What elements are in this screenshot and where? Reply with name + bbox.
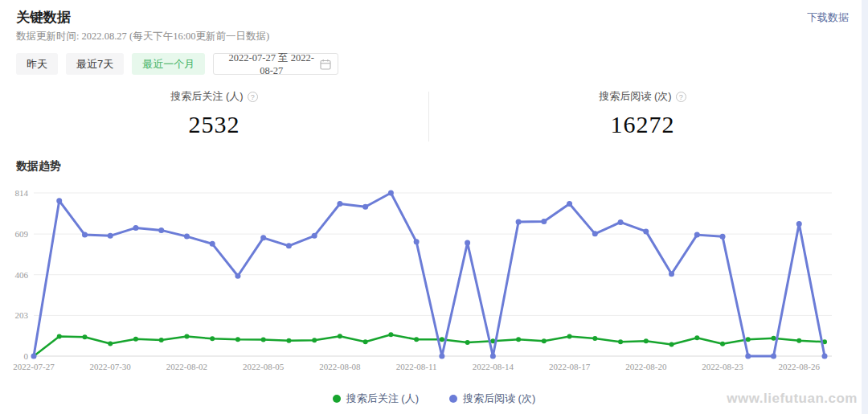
data-point[interactable]: [772, 336, 776, 341]
y-axis-tick-label: 203: [15, 310, 29, 320]
data-point[interactable]: [414, 337, 419, 342]
data-point[interactable]: [235, 273, 240, 279]
x-axis-tick-label: 2022-08-17: [549, 362, 591, 371]
data-point[interactable]: [159, 338, 164, 342]
data-point[interactable]: [82, 334, 87, 339]
data-point[interactable]: [796, 221, 802, 227]
x-axis-tick-label: 2022-07-27: [13, 362, 55, 371]
data-point[interactable]: [388, 191, 394, 196]
x-axis-tick-label: 2022-08-14: [473, 362, 514, 371]
kpi-read-value: 16272: [611, 111, 675, 138]
data-point[interactable]: [822, 354, 828, 359]
date-range-input[interactable]: 2022-07-27 至 2022-08-27: [213, 53, 338, 75]
kpi-follow: 搜索后关注 (人) ? 2532: [0, 85, 428, 150]
data-point[interactable]: [260, 235, 266, 240]
data-point[interactable]: [235, 337, 240, 342]
trend-chart-canvas[interactable]: 02034066098142022-07-272022-07-302022-08…: [0, 183, 868, 379]
data-point[interactable]: [261, 338, 266, 342]
kpi-section: 搜索后关注 (人) ? 2532 搜索后阅读 (次) ? 16272: [0, 85, 857, 150]
data-point[interactable]: [720, 342, 725, 346]
x-axis-tick-label: 2022-08-11: [396, 362, 437, 371]
filter-bar: 昨天 最近7天 最近一个月 2022-07-27 至 2022-08-27: [16, 53, 338, 75]
help-icon[interactable]: ?: [248, 92, 258, 102]
data-point[interactable]: [694, 335, 699, 340]
data-point[interactable]: [210, 336, 215, 341]
download-data-link[interactable]: 下载数据: [807, 10, 849, 25]
data-point[interactable]: [57, 334, 62, 339]
data-point[interactable]: [592, 336, 597, 341]
update-time-text: 数据更新时间: 2022.08.27 (每天下午16:00更新前一日数据): [16, 30, 269, 43]
legend-item-follow[interactable]: 搜索后关注 (人): [333, 391, 419, 406]
filter-last-month-button[interactable]: 最近一个月: [132, 53, 205, 75]
legend-label-follow: 搜索后关注 (人): [346, 391, 419, 406]
legend-dot-green-icon: [333, 395, 341, 403]
data-point[interactable]: [56, 198, 62, 203]
kpi-read-label: 搜索后阅读 (次): [599, 89, 671, 104]
data-point[interactable]: [644, 338, 649, 343]
filter-yesterday-button[interactable]: 昨天: [16, 53, 58, 75]
data-point[interactable]: [490, 354, 496, 359]
data-point[interactable]: [184, 234, 190, 240]
data-point[interactable]: [771, 354, 776, 359]
data-point[interactable]: [465, 340, 470, 345]
data-point[interactable]: [669, 271, 674, 277]
data-point[interactable]: [746, 337, 751, 342]
data-point[interactable]: [542, 338, 547, 343]
legend-item-read[interactable]: 搜索后阅读 (次): [449, 391, 535, 406]
data-point[interactable]: [338, 334, 342, 338]
calendar-icon[interactable]: [320, 59, 331, 70]
data-point[interactable]: [362, 204, 368, 210]
legend-label-read: 搜索后阅读 (次): [463, 391, 535, 406]
trend-chart[interactable]: 02034066098142022-07-272022-07-302022-08…: [0, 183, 868, 379]
data-point[interactable]: [82, 232, 88, 238]
data-point[interactable]: [337, 201, 342, 207]
data-point[interactable]: [363, 339, 368, 344]
data-point[interactable]: [720, 234, 726, 240]
data-point[interactable]: [669, 342, 674, 347]
date-range-value: 2022-07-27 至 2022-08-27: [223, 51, 320, 77]
data-point[interactable]: [312, 338, 317, 342]
data-point[interactable]: [694, 232, 700, 238]
x-axis-tick-label: 2022-08-08: [319, 362, 361, 371]
data-point[interactable]: [618, 339, 623, 344]
data-point[interactable]: [439, 354, 444, 359]
data-point[interactable]: [745, 354, 751, 359]
data-point[interactable]: [108, 342, 113, 346]
data-point[interactable]: [388, 332, 393, 337]
data-point[interactable]: [440, 337, 444, 342]
kpi-follow-label: 搜索后关注 (人): [170, 89, 243, 104]
data-point[interactable]: [541, 219, 547, 224]
data-point[interactable]: [567, 334, 572, 339]
y-axis-tick-label: 814: [15, 188, 29, 198]
data-point[interactable]: [210, 241, 215, 247]
legend-dot-blue-icon: [449, 395, 457, 403]
data-point[interactable]: [592, 231, 598, 236]
x-axis-tick-label: 2022-08-20: [625, 362, 667, 371]
x-axis-tick-label: 2022-07-30: [90, 362, 132, 371]
data-point[interactable]: [643, 228, 649, 234]
filter-last7days-button[interactable]: 最近7天: [66, 53, 124, 75]
y-axis-tick-label: 609: [15, 229, 29, 239]
y-axis-tick-label: 406: [15, 270, 29, 280]
data-point[interactable]: [516, 337, 521, 342]
data-point[interactable]: [108, 233, 113, 239]
help-icon[interactable]: ?: [676, 92, 686, 102]
data-point[interactable]: [133, 225, 138, 231]
data-point[interactable]: [133, 337, 138, 342]
data-point[interactable]: [286, 338, 291, 343]
data-point[interactable]: [158, 227, 164, 233]
data-point[interactable]: [312, 233, 317, 239]
data-point[interactable]: [31, 354, 37, 359]
data-point[interactable]: [567, 201, 572, 207]
data-point[interactable]: [414, 239, 420, 244]
header: 关键数据 下载数据: [16, 8, 849, 27]
data-point[interactable]: [465, 240, 470, 246]
x-axis-tick-label: 2022-08-05: [243, 362, 285, 371]
data-point[interactable]: [516, 219, 522, 224]
kpi-read: 搜索后阅读 (次) ? 16272: [428, 85, 857, 150]
data-point[interactable]: [286, 243, 292, 248]
data-point[interactable]: [796, 338, 801, 343]
data-point[interactable]: [184, 334, 189, 339]
data-point[interactable]: [618, 219, 624, 225]
x-axis-tick-label: 2022-08-26: [779, 362, 821, 371]
